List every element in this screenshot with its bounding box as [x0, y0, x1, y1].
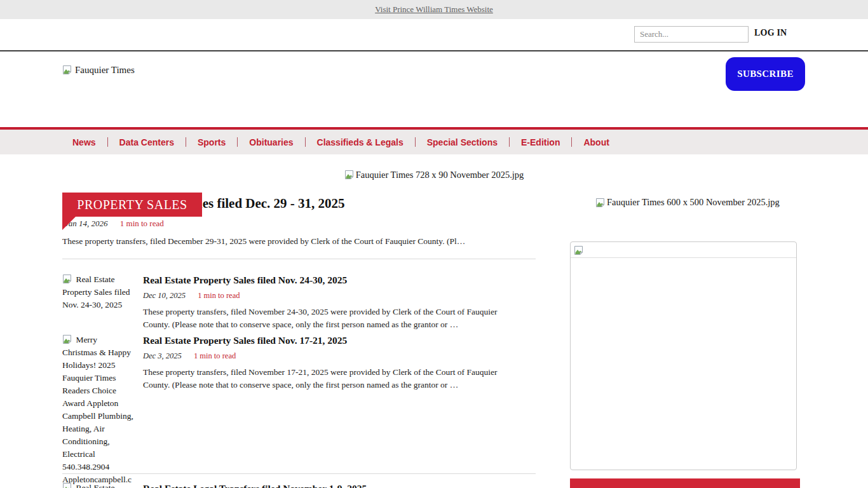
broken-image-icon: [62, 274, 72, 284]
article-thumbnail[interactable]: Real Estate Property Sales filed Nov. 24…: [62, 273, 133, 330]
broken-image-icon: [595, 198, 606, 208]
divider: [62, 473, 536, 474]
article-meta: Dec 10, 2025 1 min to read: [143, 291, 536, 301]
prince-william-times-link[interactable]: Visit Prince William Times Website: [375, 4, 493, 15]
nav-item-classifieds-legals[interactable]: Classifieds & Legals: [316, 137, 405, 147]
broken-image-icon: [344, 170, 355, 180]
article-excerpt: These property transfers, filed November…: [143, 366, 524, 391]
article-thumbnail[interactable]: Merry Christmas & Happy Holidays! 2025 F…: [62, 334, 133, 486]
article-row: Real Estate Legal Real Estate Legal Tran…: [62, 482, 536, 488]
property-sales-badge[interactable]: PROPERTY SALES: [62, 193, 202, 217]
article-thumbnail[interactable]: Real Estate Legal: [62, 482, 133, 488]
nav-divider: [571, 137, 572, 147]
broken-image-icon: [62, 334, 72, 344]
article-row: Real Estate Property Sales filed Nov. 24…: [62, 273, 536, 330]
main-header: Fauquier Times SUBSCRIBE: [0, 51, 868, 130]
sidebar-ad-frame: [570, 241, 797, 470]
broken-image-icon: [574, 245, 584, 255]
login-link[interactable]: LOG IN: [754, 28, 787, 38]
nav-item-sports[interactable]: Sports: [196, 137, 227, 147]
article-date: Dec 3, 2025: [143, 351, 182, 360]
nav-item-news[interactable]: News: [71, 137, 97, 147]
broken-image-icon: [62, 65, 72, 75]
read-time: 1 min to read: [198, 291, 240, 300]
article-date: Dec 10, 2025: [143, 291, 186, 300]
article-title[interactable]: Real Estate Property Sales filed Nov. 17…: [143, 335, 536, 346]
nav-item-obituaries[interactable]: Obituaries: [248, 137, 294, 147]
sidebar-ad-frame-header: [571, 242, 796, 258]
leaderboard-ad[interactable]: Fauquier Times 728 x 90 November 2025.jp…: [0, 166, 868, 183]
nav-bar: News Data Centers Sports Obituaries Clas…: [0, 130, 868, 154]
nav-divider: [186, 137, 186, 147]
nav-divider: [415, 137, 416, 147]
read-time: 1 min to read: [194, 351, 236, 360]
nav-item-e-edition[interactable]: E-Edition: [520, 137, 561, 147]
read-time: 1 min to read: [120, 219, 164, 228]
article-row: Merry Christmas & Happy Holidays! 2025 F…: [62, 334, 536, 486]
nav-items: News Data Centers Sports Obituaries Clas…: [71, 137, 611, 147]
nav-divider: [305, 137, 306, 147]
sidebar-red-banner: [570, 478, 800, 488]
thumbnail-alt-text: Merry Christmas & Happy Holidays! 2025 F…: [62, 335, 133, 484]
nav-item-special-sections[interactable]: Special Sections: [426, 137, 499, 147]
nav-divider: [107, 137, 108, 147]
nav-item-about[interactable]: About: [582, 137, 610, 147]
divider: [62, 259, 536, 259]
article-body: Real Estate Legal Transfers filed Novemb…: [143, 482, 536, 488]
article-body: Real Estate Property Sales filed Nov. 24…: [143, 273, 536, 330]
article-excerpt: These property transfers, filed November…: [143, 306, 524, 330]
article-meta: Dec 3, 2025 1 min to read: [143, 351, 536, 361]
broken-image-icon: [62, 482, 72, 488]
top-banner: Visit Prince William Times Website: [0, 0, 868, 19]
leaderboard-ad-alt-text: Fauquier Times 728 x 90 November 2025.jp…: [356, 170, 524, 180]
article-body: Real Estate Property Sales filed Nov. 17…: [143, 334, 536, 486]
subscribe-button[interactable]: SUBSCRIBE: [726, 57, 805, 91]
nav-item-data-centers[interactable]: Data Centers: [118, 137, 175, 147]
sidebar-ad-alt-text: Fauquier Times 600 x 500 November 2025.j…: [607, 197, 780, 208]
nav-divider: [237, 137, 238, 147]
article-title[interactable]: Real Estate Legal Transfers filed Novemb…: [143, 483, 536, 488]
article-title[interactable]: Real Estate Property Sales filed Nov. 24…: [143, 274, 536, 286]
logo-alt-text: Fauquier Times: [75, 65, 135, 76]
featured-article-meta: Jan 14, 2026 1 min to read: [65, 219, 164, 229]
nav-divider: [509, 137, 510, 147]
search-input[interactable]: [634, 26, 749, 43]
site-logo[interactable]: Fauquier Times: [62, 65, 135, 76]
featured-article-excerpt: These property transfers, filed December…: [62, 236, 465, 247]
utility-bar: LOG IN: [0, 19, 868, 51]
sidebar-ad[interactable]: Fauquier Times 600 x 500 November 2025.j…: [595, 197, 780, 208]
